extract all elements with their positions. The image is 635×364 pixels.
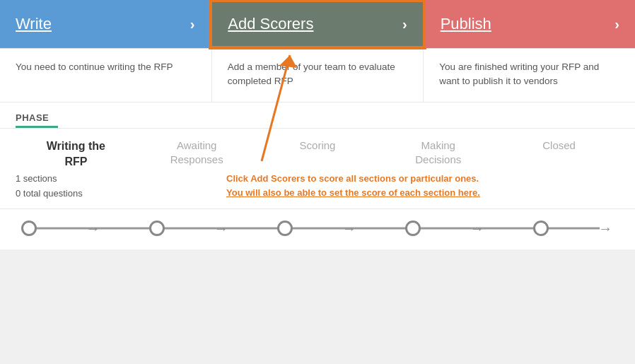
desc-row: You need to continue writing the RFP Add…	[0, 49, 635, 102]
progress-arrow-2: →	[214, 221, 228, 237]
phase-step-decisions: MakingDecisions	[378, 139, 499, 169]
progress-node-5	[533, 221, 549, 236]
publish-arrow: ›	[614, 16, 619, 33]
progress-arrow-3: →	[342, 221, 356, 237]
rfp-info-area: 1 sections 0 total questions	[16, 172, 212, 201]
instruction-area: Click Add Scorers to score all sections …	[212, 172, 619, 199]
instruction-line2: You will also be able to set the score o…	[226, 186, 619, 200]
top-nav: Write › Add Scorers › Publish ›	[0, 0, 635, 49]
main-wrapper: Write › Add Scorers › Publish › You need…	[0, 0, 635, 249]
phase-step-awaiting: AwaitingResponses	[136, 139, 257, 169]
desc-publish: You are finished writing your RFP and wa…	[424, 49, 635, 102]
progress-node-4	[405, 221, 421, 236]
nav-publish[interactable]: Publish ›	[425, 0, 635, 48]
scorers-label: Add Scorers	[228, 15, 313, 33]
progress-nodes: → → → → →	[21, 221, 614, 237]
phase-labels: Writing theRFP AwaitingResponses Scoring…	[0, 129, 635, 172]
rfp-questions: 0 total questions	[16, 187, 212, 201]
nav-scorers[interactable]: Add Scorers ›	[210, 0, 424, 48]
scorers-arrow: ›	[402, 16, 407, 33]
phase-step-scoring: Scoring	[257, 139, 378, 169]
progress-node-1	[21, 221, 37, 236]
desc-write: You need to continue writing the RFP	[0, 49, 212, 102]
progress-track: → → → → →	[21, 221, 614, 237]
progress-node-2	[149, 221, 165, 236]
progress-node-3	[277, 221, 293, 236]
phase-label: Phase	[16, 112, 619, 123]
desc-scorers: Add a member of your team to evaluate co…	[212, 49, 424, 102]
progress-arrow-4: →	[470, 221, 484, 237]
write-arrow: ›	[190, 16, 195, 33]
progress-bar-section: → → → → →	[0, 209, 635, 249]
publish-label: Publish	[441, 15, 491, 33]
progress-arrow-5: →	[598, 221, 612, 237]
phase-step-writing: Writing theRFP	[16, 139, 136, 169]
phase-step-closed: Closed	[499, 139, 619, 169]
nav-write[interactable]: Write ›	[0, 0, 210, 48]
phase-section: Phase	[0, 102, 635, 129]
rfp-sections: 1 sections	[16, 172, 212, 187]
progress-arrow-1: →	[86, 221, 100, 237]
write-label: Write	[16, 15, 52, 33]
instruction-line1: Click Add Scorers to score all sections …	[226, 172, 619, 186]
phase-underline	[16, 126, 58, 128]
